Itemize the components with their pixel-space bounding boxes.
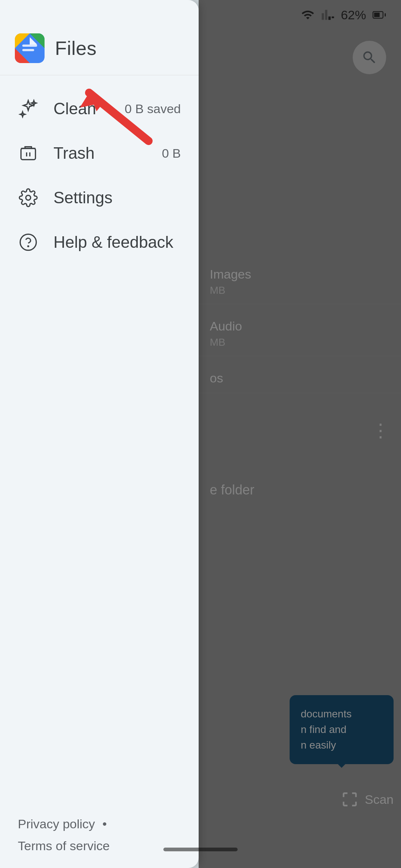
drawer-item-settings[interactable]: Settings bbox=[0, 175, 199, 220]
drawer-header: Files bbox=[0, 0, 199, 75]
help-label: Help & feedback bbox=[53, 233, 181, 251]
clean-badge: 0 B saved bbox=[125, 102, 181, 116]
trash-label: Trash bbox=[53, 144, 147, 162]
privacy-policy-link[interactable]: Privacy policy bbox=[18, 817, 95, 831]
drawer-item-clean[interactable]: Clean 0 B saved bbox=[0, 86, 199, 131]
search-button[interactable] bbox=[353, 41, 386, 74]
settings-icon bbox=[18, 187, 39, 208]
divider-top bbox=[0, 75, 199, 75]
nav-bar bbox=[0, 831, 401, 868]
svg-rect-6 bbox=[22, 49, 34, 51]
help-icon bbox=[18, 232, 39, 253]
drawer-menu: Clean 0 B saved Trash 0 B bbox=[0, 79, 199, 802]
trash-badge: 0 B bbox=[162, 146, 181, 161]
app-title: Files bbox=[55, 37, 97, 59]
svg-rect-5 bbox=[22, 45, 37, 47]
svg-rect-7 bbox=[21, 148, 36, 160]
battery-percentage: 62% bbox=[341, 8, 366, 22]
app-logo bbox=[15, 33, 45, 63]
footer-separator: • bbox=[102, 817, 107, 831]
svg-point-12 bbox=[20, 234, 36, 250]
sparkle-icon bbox=[18, 98, 39, 119]
battery-icon bbox=[372, 8, 386, 22]
settings-label: Settings bbox=[53, 188, 181, 207]
scrim-overlay[interactable] bbox=[199, 0, 401, 868]
signal-icon bbox=[321, 8, 335, 22]
wifi-icon bbox=[301, 8, 315, 22]
svg-point-11 bbox=[26, 195, 31, 200]
drawer-item-trash[interactable]: Trash 0 B bbox=[0, 131, 199, 175]
drawer-item-help[interactable]: Help & feedback bbox=[0, 220, 199, 264]
status-bar-right: 62% bbox=[301, 8, 386, 22]
svg-rect-16 bbox=[374, 13, 380, 17]
clean-label: Clean bbox=[53, 99, 110, 118]
navigation-drawer: Files Clean 0 B saved bbox=[0, 0, 199, 868]
nav-pill bbox=[163, 848, 238, 851]
trash-icon bbox=[18, 143, 39, 164]
